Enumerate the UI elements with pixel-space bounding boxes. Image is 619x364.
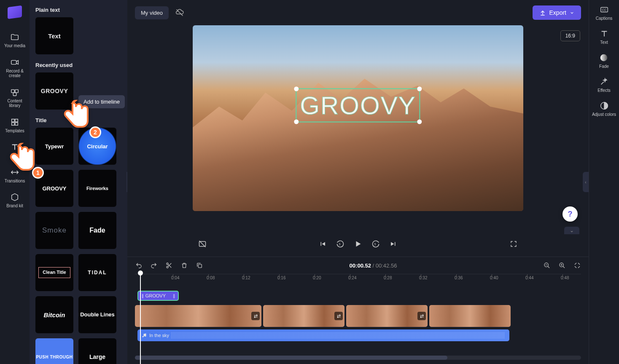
scrollbar-thumb[interactable] (135, 356, 447, 360)
transition-icon[interactable]: ⇄ (417, 312, 426, 320)
text-overlay-selection[interactable]: GROOVY (296, 88, 420, 122)
audio-clip[interactable]: In the sky (137, 329, 509, 341)
title-grid: Typewr Circular GROOVY Fireworks Smoke F… (35, 128, 121, 364)
delete-icon[interactable] (180, 262, 188, 269)
skip-prev-icon[interactable] (318, 239, 327, 249)
transition-icon[interactable]: ⇄ (251, 312, 260, 320)
video-track[interactable]: ⇄ ⇄ ⇄ (135, 305, 581, 327)
svg-rect-5 (15, 119, 18, 121)
adjust-colors-icon (600, 101, 609, 110)
project-name-tab[interactable]: My video (135, 6, 169, 19)
nav-text[interactable]: Text (2, 140, 27, 161)
title-thumb-double-lines[interactable]: Double Lines (78, 296, 116, 333)
nav-transitions[interactable]: Transitions (2, 165, 27, 186)
nav-record-create[interactable]: Record & create (2, 55, 27, 81)
replay-5-icon[interactable]: 5 (336, 239, 345, 249)
nav-your-media[interactable]: Your media (2, 30, 27, 51)
title-thumb-large[interactable]: Large (78, 338, 116, 364)
thumb-label: GROOVY (42, 185, 66, 192)
timeline-tracks: || GROOVY || ⇄ ⇄ ⇄ In the sky (127, 284, 589, 353)
title-thumb-groovy[interactable]: GROOVY (35, 170, 73, 207)
help-button[interactable]: ? (562, 206, 578, 222)
audio-waveform (171, 332, 505, 339)
zoom-out-icon[interactable] (543, 262, 551, 269)
zoom-in-icon[interactable] (558, 262, 566, 269)
video-clip[interactable]: ⇄ (135, 305, 261, 327)
aspect-ratio-button[interactable]: 16:9 (560, 30, 580, 41)
recently-used-heading: Recently used (35, 62, 121, 68)
nav-templates[interactable]: Templates (2, 115, 27, 136)
title-thumb-fade[interactable]: Fade (78, 212, 116, 249)
export-button[interactable]: Export (533, 5, 581, 20)
nav-label: Record & create (2, 69, 27, 78)
cloud-off-icon[interactable] (175, 8, 184, 17)
undo-icon[interactable] (135, 262, 143, 269)
text-clip[interactable]: || GROOVY || (137, 291, 179, 301)
clip-grip-left[interactable]: || (142, 293, 143, 298)
export-label: Export (549, 9, 566, 16)
resize-handle-bl[interactable] (294, 119, 299, 124)
title-thumb-typewriter[interactable]: Typewr (35, 128, 73, 165)
playback-controls: 5 5 (193, 234, 523, 254)
timeline-scrollbar[interactable] (135, 356, 581, 360)
title-thumb-tidal[interactable]: TIDAL (78, 254, 116, 291)
transition-icon[interactable]: ⇄ (334, 312, 343, 320)
nav-brand-kit[interactable]: Brand kit (2, 190, 27, 211)
rnav-captions[interactable]: CC Captions (596, 5, 612, 21)
svg-point-12 (167, 266, 168, 268)
captions-icon: CC (600, 5, 609, 14)
title-thumb-smoke[interactable]: Smoke (35, 212, 73, 249)
video-clip[interactable] (429, 305, 511, 327)
rnav-text[interactable]: Text (600, 29, 609, 45)
video-clip[interactable]: ⇄ (346, 305, 428, 327)
title-thumb-clean-title[interactable]: Clean Title (35, 254, 73, 291)
nav-label: Your media (4, 43, 25, 48)
rnav-effects[interactable]: Effects (597, 77, 610, 93)
thumb-label: Fade (89, 227, 105, 234)
title-thumb-bitcoin[interactable]: Bitcoin (35, 296, 73, 333)
ruler-tick: 0:32 (419, 276, 427, 280)
ruler-tick: 0:40 (490, 276, 498, 280)
ruler-tick: 0:12 (242, 276, 250, 280)
fullscreen-icon[interactable] (509, 239, 518, 249)
left-nav: Your media Record & create Content libra… (0, 0, 30, 364)
resize-handle-tl[interactable] (294, 86, 299, 91)
right-nav: CC Captions Text Fade Effects Adjust col… (589, 0, 619, 364)
rnav-fade[interactable]: Fade (599, 53, 609, 69)
collapse-sidepanel-button[interactable]: ‹ (126, 172, 127, 192)
play-icon[interactable] (353, 239, 363, 249)
preview-wrap: 16:9 GROOVY (127, 25, 589, 232)
forward-5-icon[interactable]: 5 (371, 239, 380, 249)
nav-content-library[interactable]: Content library (2, 85, 27, 111)
thumb-label: GROOVY (41, 88, 68, 94)
nav-label: Content library (2, 99, 27, 108)
rnav-adjust-colors[interactable]: Adjust colors (592, 101, 616, 117)
expand-right-panel-button[interactable]: ‹ (583, 172, 589, 192)
title-thumb-fireworks[interactable]: Fireworks (78, 170, 116, 207)
audio-track[interactable]: In the sky (135, 329, 581, 342)
duplicate-icon[interactable] (196, 262, 203, 269)
playhead[interactable] (140, 272, 141, 364)
app-logo[interactable] (8, 5, 22, 19)
title-thumb-push-through[interactable]: PUSH THROUGH (35, 338, 73, 364)
safe-zone-icon[interactable] (198, 239, 207, 249)
collapse-preview-button[interactable]: ⌄ (564, 227, 579, 234)
ruler-tick: 0:48 (561, 276, 569, 280)
fit-icon[interactable] (573, 262, 581, 269)
redo-icon[interactable] (150, 262, 158, 269)
plain-text-heading: Plain text (35, 7, 121, 13)
recent-thumb-groovy[interactable]: GROOVY (35, 72, 73, 110)
ruler-tick: 0:28 (384, 276, 392, 280)
preview-canvas[interactable]: GROOVY (193, 25, 523, 211)
camera-icon (10, 58, 19, 67)
thumb-label: PUSH THROUGH (36, 355, 73, 359)
split-icon[interactable] (165, 262, 173, 269)
timeline-ruler[interactable]: 0:04 0:08 0:12 0:16 0:20 0:24 0:28 0:32 … (135, 274, 581, 284)
text-track[interactable]: || GROOVY || (135, 287, 581, 302)
svg-rect-4 (12, 119, 14, 121)
title-thumb-circular[interactable]: Circular (78, 128, 116, 165)
clip-grip-right[interactable]: || (173, 293, 175, 298)
skip-next-icon[interactable] (389, 239, 398, 249)
plain-text-thumb[interactable]: Text (35, 17, 73, 54)
video-clip[interactable]: ⇄ (263, 305, 344, 327)
